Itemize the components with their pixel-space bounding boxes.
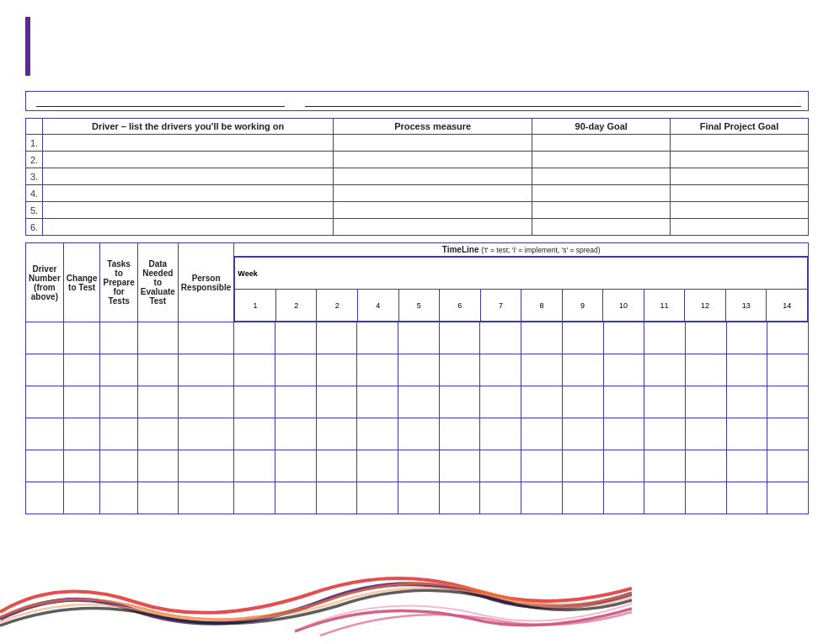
week-cell-9 [603,418,644,450]
week-cell-9 [603,322,644,354]
header [25,17,809,76]
goal-cell [532,202,671,219]
process-cell [333,219,532,236]
week-cell-0 [234,482,275,514]
week-num-cell-2: 2 [317,290,358,322]
row-num: 4. [26,185,43,202]
week-cell-8 [562,482,603,514]
week-cell-12 [726,386,767,418]
week-cell-4 [398,482,440,514]
planning-row [26,354,809,386]
week-num-cell-7: 8 [521,290,563,322]
goal-cell [532,168,671,185]
table1-process-header: Process measure [333,119,532,135]
planning-row [26,418,809,450]
week-cell-7 [521,386,563,418]
table1-row: 3. [26,168,809,185]
driver-cell [43,135,334,152]
table2-tasks-header: Tasks to Prepare for Tests [100,243,137,322]
week-cell-13 [767,450,809,482]
tasks-cell [100,354,137,386]
table1-final-header: Final Project Goal [671,119,809,135]
table1-row: 4. [26,185,809,202]
week-num-cell-4: 5 [398,290,440,322]
week-cell-10 [644,450,686,482]
week-cell-0 [234,386,275,418]
week-cell-4 [398,418,440,450]
header-bar [25,17,30,76]
team-line [36,95,285,107]
week-cell-2 [316,418,357,450]
person-cell [178,482,233,514]
process-cell [333,152,532,168]
final-cell [671,168,809,185]
week-cell-5 [439,482,480,514]
data-cell [137,450,178,482]
week-cell-1 [275,450,317,482]
week-cell-0 [234,322,275,354]
week-cell-2 [316,482,357,514]
week-cell-7 [521,322,563,354]
week-num-cell-9: 10 [603,290,644,322]
planning-table: DriverNumber(fromabove) Change to Test T… [25,242,809,514]
week-num-cell-5: 6 [440,290,481,322]
planning-row [26,322,809,354]
drivers-table: Driver – list the drivers you'll be work… [25,118,809,236]
change-cell [63,354,100,386]
change-cell [63,450,100,482]
change-cell [63,322,100,354]
week-cell-2 [316,450,357,482]
row-num: 5. [26,202,43,219]
data-cell [137,322,178,354]
tasks-cell [100,450,137,482]
week-cell-10 [644,482,686,514]
week-cell-12 [726,482,767,514]
process-cell [333,168,532,185]
week-cell-3 [357,482,398,514]
week-cell-0 [234,354,275,386]
week-cell-4 [398,322,440,354]
week-cell-7 [521,354,563,386]
week-cell-6 [480,482,521,514]
week-num-cell-1: 2 [275,290,317,322]
team-project-row [25,91,809,111]
driver-cell [43,202,334,219]
week-num-cell-11: 12 [685,290,726,322]
week-cell-0 [234,450,275,482]
week-cell-6 [480,354,521,386]
week-cell-8 [562,322,603,354]
week-cell-1 [275,482,317,514]
week-cell-10 [644,386,686,418]
week-cell-6 [480,322,521,354]
tasks-cell [100,418,137,450]
week-cell-13 [767,482,809,514]
week-cell-2 [316,386,357,418]
driver-cell [43,185,334,202]
week-cell-1 [275,322,317,354]
week-cell-3 [357,450,398,482]
week-num-cell-6: 7 [480,290,521,322]
final-cell [671,219,809,236]
week-cell-13 [767,354,809,386]
planning-row [26,482,809,514]
week-cell-12 [726,450,767,482]
week-cell-5 [439,386,480,418]
table2-driver-num-header: DriverNumber(fromabove) [26,243,64,322]
week-cell-7 [521,482,563,514]
week-cell-11 [685,450,726,482]
week-cell-4 [398,386,440,418]
timeline-note: ('t' = test; 'i' = implement, 's' = spre… [481,246,600,254]
person-cell [178,386,233,418]
week-cell-3 [357,386,398,418]
week-cell-11 [685,386,726,418]
week-cell-11 [685,354,726,386]
week-num-cell-8: 9 [562,290,603,322]
driver-num-cell [26,418,64,450]
tasks-cell [100,322,137,354]
week-cell-12 [726,354,767,386]
goal-cell [532,152,671,168]
week-cell-6 [480,386,521,418]
week-cell-6 [480,450,521,482]
week-num-cell-12: 13 [725,290,767,322]
week-cell-7 [521,418,563,450]
